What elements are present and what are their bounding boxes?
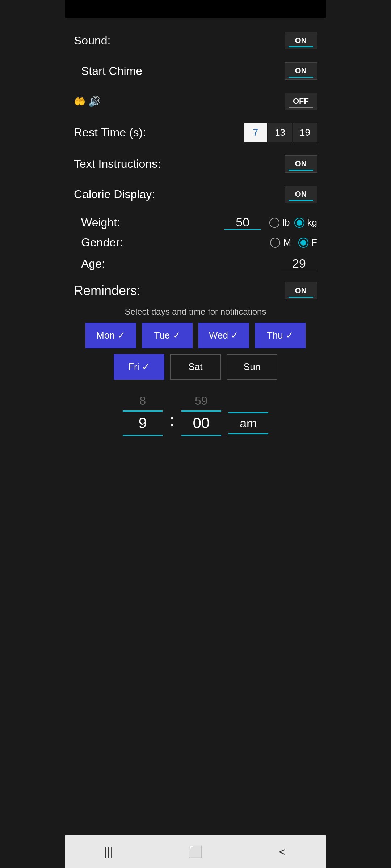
weight-input[interactable] — [224, 215, 261, 230]
hour-divider — [123, 410, 163, 412]
weight-label: Weight: — [74, 216, 120, 229]
day-sat[interactable]: Sat — [170, 354, 221, 380]
reminders-label: Reminders: — [74, 283, 140, 298]
day-tue[interactable]: Tue ✓ — [142, 323, 193, 348]
weight-unit-group: lb kg — [269, 217, 317, 228]
gender-f-radio[interactable] — [298, 238, 308, 248]
back-button[interactable]: < — [268, 837, 297, 866]
calorie-display-toggle[interactable]: ON — [285, 186, 317, 203]
ampm-col: am — [228, 396, 268, 434]
time-picker: 8 9 : 59 00 am — [74, 387, 317, 439]
sound-row: Sound: ON — [74, 25, 317, 56]
days-row-1: Mon ✓ Tue ✓ Wed ✓ Thu ✓ — [85, 323, 306, 348]
settings-content: Sound: ON Start Chime ON 🤲 🔊 OFF Rest Ti… — [65, 18, 326, 835]
menu-icon: ||| — [104, 845, 113, 859]
weight-input-wrap: lb kg — [224, 215, 317, 230]
hour-col: 8 9 — [123, 394, 163, 436]
age-row: Age: — [74, 252, 317, 276]
home-button[interactable]: ⬜ — [181, 837, 210, 866]
gender-m-option[interactable]: M — [270, 237, 291, 248]
time-colon: : — [170, 401, 174, 429]
ampm-bottom-divider — [228, 433, 268, 434]
reminders-row: Reminders: ON — [74, 276, 317, 303]
weight-lb-radio[interactable] — [269, 218, 279, 228]
gender-f-option[interactable]: F — [298, 237, 317, 248]
gender-label: Gender: — [74, 236, 270, 249]
days-row-2: Fri ✓ Sat Sun — [114, 354, 277, 380]
text-instructions-toggle[interactable]: ON — [285, 155, 317, 173]
vibration-row: 🤲 🔊 OFF — [74, 86, 317, 116]
minute-bottom-divider — [181, 435, 221, 436]
gender-m-label: M — [283, 237, 291, 248]
rest-time-opt-13[interactable]: 13 — [268, 123, 292, 142]
minute-value[interactable]: 00 — [193, 414, 210, 432]
hour-bottom-divider — [123, 435, 163, 436]
sound-toggle[interactable]: ON — [285, 32, 317, 49]
vibration-toggle[interactable]: OFF — [285, 93, 317, 110]
age-label: Age: — [74, 257, 105, 271]
gender-row: Gender: M F — [74, 233, 317, 252]
reminders-toggle[interactable]: ON — [285, 282, 317, 299]
text-instructions-row: Text Instructions: ON — [74, 149, 317, 179]
day-sun[interactable]: Sun — [227, 354, 277, 380]
rest-time-row: Rest Time (s): 7 13 19 — [74, 116, 317, 149]
vibration-icons: 🤲 🔊 — [74, 95, 101, 107]
weight-row: Weight: lb kg — [74, 209, 317, 233]
back-icon: < — [279, 845, 286, 859]
ampm-value[interactable]: am — [240, 416, 257, 430]
calorie-display-label: Calorie Display: — [74, 188, 155, 201]
menu-button[interactable]: ||| — [94, 837, 123, 866]
day-mon[interactable]: Mon ✓ — [85, 323, 136, 348]
start-chime-label: Start Chime — [74, 64, 142, 78]
start-chime-row: Start Chime ON — [74, 56, 317, 86]
rest-time-label: Rest Time (s): — [74, 126, 146, 139]
weight-kg-option[interactable]: kg — [294, 217, 317, 228]
gender-f-label: F — [311, 237, 317, 248]
hour-ghost: 8 — [139, 394, 146, 408]
rest-time-opt-7[interactable]: 7 — [244, 123, 267, 142]
weight-kg-label: kg — [307, 217, 317, 228]
weight-lb-option[interactable]: lb — [269, 217, 290, 228]
hour-value[interactable]: 9 — [138, 414, 147, 432]
weight-lb-label: lb — [282, 217, 290, 228]
ampm-ghost — [247, 396, 250, 409]
days-hint: Select days and time for notifications — [74, 303, 317, 323]
weight-kg-radio[interactable] — [294, 218, 304, 228]
start-chime-toggle[interactable]: ON — [285, 62, 317, 80]
ampm-divider — [228, 412, 268, 413]
bottom-nav: ||| ⬜ < — [65, 835, 326, 868]
day-fri[interactable]: Fri ✓ — [114, 354, 164, 380]
clap-icon: 🤲 — [74, 96, 85, 107]
gender-radio-group: M F — [270, 237, 317, 248]
minute-ghost: 59 — [195, 394, 208, 408]
speaker-icon: 🔊 — [88, 95, 101, 107]
minute-divider — [181, 410, 221, 412]
age-input[interactable] — [281, 256, 317, 271]
gender-m-radio[interactable] — [270, 238, 280, 248]
text-instructions-label: Text Instructions: — [74, 157, 161, 171]
days-grid: Mon ✓ Tue ✓ Wed ✓ Thu ✓ Fri ✓ Sat Sun — [74, 323, 317, 387]
calorie-display-row: Calorie Display: ON — [74, 179, 317, 209]
top-status-bar — [65, 0, 326, 18]
sound-label: Sound: — [74, 34, 110, 47]
minute-col: 59 00 — [181, 394, 221, 436]
day-thu[interactable]: Thu ✓ — [255, 323, 306, 348]
rest-time-opt-19[interactable]: 19 — [293, 123, 317, 142]
rest-time-options: 7 13 19 — [244, 123, 317, 142]
home-icon: ⬜ — [188, 845, 203, 859]
day-wed[interactable]: Wed ✓ — [198, 323, 249, 348]
